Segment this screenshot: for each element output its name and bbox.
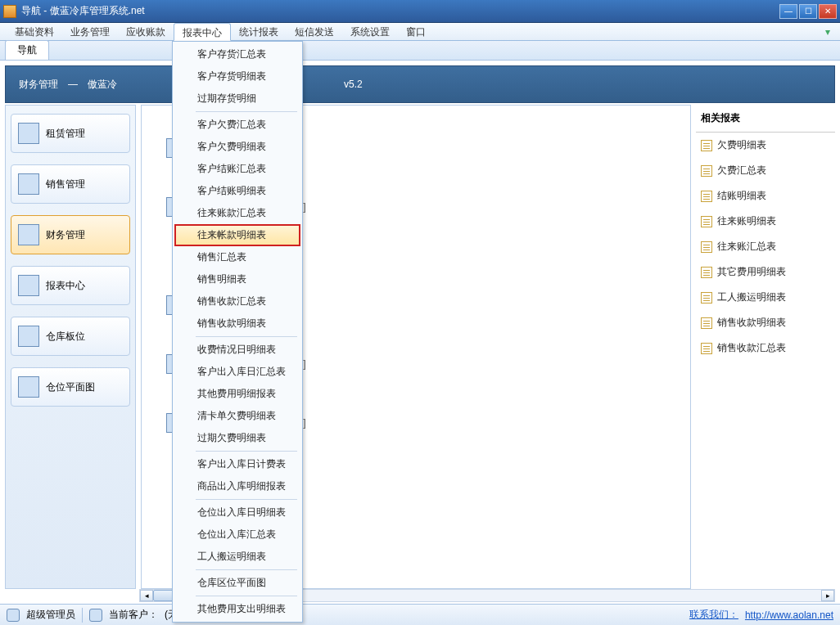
sidebar-item-label: 财务管理 — [46, 228, 85, 242]
contact-label: 联系我们： — [689, 608, 738, 622]
related-report-label: 销售收款明细表 — [717, 316, 786, 330]
dropdown-item[interactable]: 仓库区位平面图 — [174, 572, 300, 594]
banner-title: 财务管理 — 傲蓝冷 — [19, 78, 117, 92]
user-icon — [7, 609, 20, 622]
app-icon — [3, 5, 16, 18]
status-user: 超级管理员 — [26, 608, 75, 622]
chart-icon — [18, 224, 39, 245]
dropdown-item[interactable]: 客户结账汇总表 — [174, 158, 300, 180]
sidebar-item-label: 销售管理 — [46, 178, 85, 191]
reports-dropdown: 客户存货汇总表客户存货明细表过期存货明细客户欠费汇总表客户欠费明细表客户结账汇总… — [172, 41, 303, 623]
clipboard-icon — [18, 123, 39, 144]
dropdown-separator — [196, 499, 297, 500]
menu-window[interactable]: 窗口 — [398, 23, 434, 40]
document-icon — [701, 140, 712, 151]
page-banner: 财务管理 — 傲蓝冷 v5.2 — [5, 65, 835, 103]
contact-link[interactable]: http://www.aolan.net — [745, 609, 833, 621]
menu-reports[interactable]: 报表中心 — [174, 23, 231, 41]
document-icon — [701, 317, 712, 329]
client-icon — [89, 609, 102, 622]
menu-business[interactable]: 业务管理 — [62, 23, 118, 40]
sidebar-item-label: 租赁管理 — [46, 127, 85, 141]
sidebar-item-warehouse[interactable]: 仓库板位 — [11, 317, 130, 356]
document-icon — [701, 292, 712, 304]
related-report-item[interactable]: 其它费用明细表 — [696, 259, 835, 285]
status-client-label: 当前客户： — [109, 608, 158, 622]
dropdown-separator — [196, 451, 297, 452]
dropdown-item[interactable]: 往来账款汇总表 — [174, 202, 300, 224]
sidebar-item-sales[interactable]: 销售管理 — [11, 164, 130, 204]
related-report-item[interactable]: 欠费明细表 — [696, 133, 835, 158]
window-title: 导航 - 傲蓝冷库管理系统.net — [21, 4, 779, 18]
dropdown-item[interactable]: 其他费用明细报表 — [174, 383, 300, 405]
dropdown-item[interactable]: 销售收款汇总表 — [174, 290, 300, 312]
dropdown-item[interactable]: 客户结账明细表 — [174, 180, 300, 202]
banner-version: v5.2 — [344, 79, 363, 90]
related-report-item[interactable]: 工人搬运明细表 — [696, 285, 835, 310]
related-report-item[interactable]: 销售收款明细表 — [696, 310, 835, 335]
menu-system[interactable]: 系统设置 — [342, 23, 398, 40]
sidebar-item-label: 仓库板位 — [46, 330, 85, 344]
related-report-label: 工人搬运明细表 — [717, 290, 786, 304]
dropdown-item[interactable]: 过期存货明细 — [174, 88, 300, 110]
dropdown-item[interactable]: 收费情况日明细表 — [174, 339, 300, 361]
dropdown-item[interactable]: 商品出入库明细报表 — [174, 475, 300, 497]
dropdown-item[interactable]: 客户欠费明细表 — [174, 136, 300, 158]
related-report-item[interactable]: 欠费汇总表 — [696, 158, 835, 183]
dropdown-item[interactable]: 仓位出入库日明细表 — [174, 501, 300, 524]
menu-bar: 基础资料 业务管理 应收账款 报表中心 统计报表 短信发送 系统设置 窗口 ▾ — [0, 23, 840, 41]
dropdown-item[interactable]: 过期欠费明细表 — [174, 427, 300, 449]
dropdown-item[interactable]: 销售明细表 — [174, 268, 300, 290]
title-bar: 导航 - 傲蓝冷库管理系统.net — ☐ ✕ — [0, 0, 840, 23]
dropdown-item[interactable]: 销售汇总表 — [174, 246, 300, 268]
dropdown-item[interactable]: 其他费用支出明细表 — [174, 598, 300, 620]
sidebar-item-floorplan[interactable]: 仓位平面图 — [11, 367, 130, 407]
menubar-overflow-icon[interactable]: ▾ — [822, 23, 833, 40]
dropdown-separator — [196, 569, 297, 570]
menu-stats[interactable]: 统计报表 — [231, 23, 287, 40]
dropdown-separator — [196, 336, 297, 337]
menu-receivables[interactable]: 应收账款 — [118, 23, 174, 40]
related-report-label: 结账明细表 — [717, 189, 766, 203]
warehouse-icon — [18, 326, 39, 347]
dropdown-item[interactable]: 清卡单欠费明细表 — [174, 405, 300, 427]
dropdown-item[interactable]: 工人搬运明细表 — [174, 546, 300, 568]
related-report-item[interactable]: 往来账明细表 — [696, 209, 835, 234]
tab-navigation[interactable]: 导航 — [5, 40, 49, 60]
related-report-label: 欠费明细表 — [717, 138, 766, 152]
sidebar-item-reports[interactable]: 报表中心 — [11, 266, 130, 305]
status-bar: 超级管理员 当前客户： (无) ✕ 取消 联系我们： http://www.ao… — [0, 604, 840, 625]
document-icon — [701, 267, 712, 278]
dropdown-separator — [196, 596, 297, 596]
report-icon — [18, 275, 39, 296]
menu-sms[interactable]: 短信发送 — [287, 23, 342, 40]
sidebar-item-lease[interactable]: 租赁管理 — [11, 114, 130, 153]
related-report-label: 往来账明细表 — [717, 214, 776, 228]
maximize-button[interactable]: ☐ — [799, 4, 817, 19]
minimize-button[interactable]: — — [779, 4, 797, 19]
dropdown-separator — [196, 111, 297, 112]
close-button[interactable]: ✕ — [819, 4, 837, 19]
document-icon — [701, 165, 712, 177]
dropdown-item[interactable]: 客户存货明细表 — [174, 65, 300, 88]
money-icon — [18, 173, 39, 195]
dropdown-item[interactable]: 客户出入库日汇总表 — [174, 361, 300, 383]
scroll-right-arrow[interactable]: ▸ — [821, 590, 834, 601]
sidebar-item-finance[interactable]: 财务管理 — [11, 215, 130, 254]
dropdown-item[interactable]: 客户出入库日计费表 — [174, 453, 300, 475]
dropdown-item[interactable]: 往来帐款明细表 — [174, 224, 300, 246]
related-report-item[interactable]: 结账明细表 — [696, 183, 835, 209]
related-report-label: 其它费用明细表 — [717, 265, 786, 279]
document-icon — [701, 343, 712, 354]
related-report-item[interactable]: 往来账汇总表 — [696, 234, 835, 259]
sidebar: 租赁管理 销售管理 财务管理 报表中心 仓库板位 仓位平面图 — [5, 105, 136, 589]
scroll-left-arrow[interactable]: ◂ — [140, 590, 153, 601]
related-report-item[interactable]: 销售收款汇总表 — [696, 335, 835, 361]
menu-basic-data[interactable]: 基础资料 — [7, 23, 62, 40]
dropdown-item[interactable]: 客户存货汇总表 — [174, 43, 300, 65]
dropdown-item[interactable]: 客户欠费汇总表 — [174, 114, 300, 136]
grid-icon — [18, 376, 39, 398]
dropdown-item[interactable]: 销售收款明细表 — [174, 312, 300, 335]
sidebar-item-label: 仓位平面图 — [46, 380, 95, 394]
dropdown-item[interactable]: 仓位出入库汇总表 — [174, 524, 300, 546]
